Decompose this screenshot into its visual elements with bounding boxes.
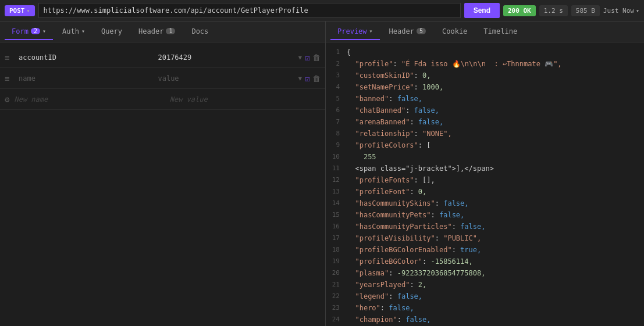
method-label: POST xyxy=(9,7,25,15)
row-actions-2: ▾ ☑ 🗑 xyxy=(297,73,321,84)
line-content: { xyxy=(347,47,639,59)
timestamp-chevron-icon: ▾ xyxy=(636,8,639,14)
type-dropdown-2[interactable]: ▾ xyxy=(297,73,303,84)
line-content: "relationship": "NONE", xyxy=(347,128,639,140)
json-line-21: 21 "yearsPlayed": 2, xyxy=(326,280,644,291)
gear-icon[interactable]: ⚙ xyxy=(5,95,9,104)
line-content: "arenaBanned": false, xyxy=(347,117,639,128)
json-line-8: 8 "relationship": "NONE", xyxy=(326,128,644,140)
tab-preview-label: Preview xyxy=(337,27,367,35)
tab-docs-label: Docs xyxy=(191,27,208,35)
response-size-badge: 585 B xyxy=(571,5,600,16)
main-layout: Form 2 ▾ Auth ▾ Query Header 1 Docs xyxy=(0,22,644,326)
json-line-10: 10 255 xyxy=(326,152,644,163)
tab-form[interactable]: Form 2 ▾ xyxy=(5,24,53,40)
method-selector[interactable]: POST ▾ xyxy=(5,5,35,16)
tab-cookie[interactable]: Cookie xyxy=(435,24,474,40)
drag-handle-1[interactable]: ≡ xyxy=(5,53,14,62)
line-content: "hasCommunityParticles": false, xyxy=(347,221,639,233)
line-content: "profile": "É Fda isso 🔥\n\n\n : ↩Thnnma… xyxy=(347,59,639,70)
tab-cookie-label: Cookie xyxy=(442,27,467,35)
line-number: 9 xyxy=(326,140,347,152)
field-value-2[interactable] xyxy=(158,74,292,83)
tab-query[interactable]: Query xyxy=(94,24,129,40)
tab-response-header[interactable]: Header 5 xyxy=(382,24,433,40)
check-icon-2[interactable]: ☑ xyxy=(305,74,310,83)
timestamp: Just Now ▾ xyxy=(603,7,639,15)
field-name-1[interactable] xyxy=(19,53,153,62)
json-line-17: 17 "profileVisibility": "PUBLIC", xyxy=(326,233,644,245)
check-icon-1[interactable]: ☑ xyxy=(305,53,310,62)
tab-header[interactable]: Header 1 xyxy=(131,24,182,40)
line-number: 15 xyxy=(326,210,347,221)
json-line-24: 24 "champion": false, xyxy=(326,314,644,326)
line-content: "yearsPlayed": 2, xyxy=(347,280,639,291)
json-line-5: 5 "banned": false, xyxy=(326,94,644,105)
line-content: "champion": false, xyxy=(347,314,639,326)
delete-icon-2[interactable]: 🗑 xyxy=(312,74,321,83)
line-content: "plasma": -9223372036854775808, xyxy=(347,268,639,280)
line-number: 12 xyxy=(326,175,347,187)
tab-form-chevron: ▾ xyxy=(42,28,46,34)
line-number: 14 xyxy=(326,198,347,210)
right-panel: Preview ▾ Header 5 Cookie Timeline 1{2 "… xyxy=(326,22,644,326)
right-tab-bar: Preview ▾ Header 5 Cookie Timeline xyxy=(326,22,644,42)
tab-preview-chevron: ▾ xyxy=(369,28,373,34)
delete-icon-1[interactable]: 🗑 xyxy=(312,53,321,62)
left-panel: Form 2 ▾ Auth ▾ Query Header 1 Docs xyxy=(0,22,326,326)
line-number: 8 xyxy=(326,128,347,140)
json-line-1: 1{ xyxy=(326,47,644,59)
response-time-badge: 1.2 s xyxy=(539,5,568,16)
json-line-3: 3 "customSkinID": 0, xyxy=(326,70,644,82)
json-line-2: 2 "profile": "É Fda isso 🔥\n\n\n : ↩Thnn… xyxy=(326,59,644,70)
tab-timeline[interactable]: Timeline xyxy=(476,24,524,40)
line-content: "profileVisibility": "PUBLIC", xyxy=(347,233,639,245)
line-content: "hero": false, xyxy=(347,303,639,314)
line-content: "profileColors": [ xyxy=(347,140,639,152)
line-number: 24 xyxy=(326,314,347,326)
tab-timeline-label: Timeline xyxy=(483,27,517,35)
drag-handle-2[interactable]: ≡ xyxy=(5,74,14,83)
json-line-16: 16 "hasCommunityParticles": false, xyxy=(326,221,644,233)
line-number: 21 xyxy=(326,280,347,291)
row-actions-1: ▾ ☑ 🗑 xyxy=(297,52,321,63)
line-number: 6 xyxy=(326,105,347,117)
form-body: ≡ ▾ ☑ 🗑 ≡ ▾ ☑ 🗑 xyxy=(0,42,325,326)
json-line-7: 7 "arenaBanned": false, xyxy=(326,117,644,128)
line-number: 17 xyxy=(326,233,347,245)
json-line-12: 12 "profileFonts": [], xyxy=(326,175,644,187)
tab-auth[interactable]: Auth ▾ xyxy=(55,24,92,40)
line-content: "legend": false, xyxy=(347,291,639,303)
url-input[interactable] xyxy=(38,3,461,18)
tab-preview[interactable]: Preview ▾ xyxy=(330,24,380,40)
field-value-new[interactable] xyxy=(170,95,321,103)
line-content: "profileFont": 0, xyxy=(347,187,639,198)
field-name-new[interactable] xyxy=(14,95,165,103)
tab-form-label: Form xyxy=(12,27,29,35)
tab-form-badge: 2 xyxy=(31,28,40,34)
top-bar: POST ▾ Send 200 OK 1.2 s 585 B Just Now … xyxy=(0,0,644,22)
tab-docs[interactable]: Docs xyxy=(184,24,215,40)
json-line-13: 13 "profileFont": 0, xyxy=(326,187,644,198)
send-button[interactable]: Send xyxy=(464,3,500,18)
line-number: 18 xyxy=(326,245,347,256)
tab-response-header-label: Header xyxy=(389,27,414,35)
line-content: "hasCommunityPets": false, xyxy=(347,210,639,221)
type-dropdown-1[interactable]: ▾ xyxy=(297,52,303,63)
tab-query-label: Query xyxy=(101,27,122,35)
line-number: 13 xyxy=(326,187,347,198)
line-number: 22 xyxy=(326,291,347,303)
line-number: 20 xyxy=(326,268,347,280)
line-content: "chatBanned": false, xyxy=(347,105,639,117)
line-content: 255 xyxy=(347,152,639,163)
line-number: 16 xyxy=(326,221,347,233)
line-number: 11 xyxy=(326,163,347,175)
field-name-2[interactable] xyxy=(19,74,153,83)
json-line-11: 11 <span class="j-bracket">],</span> xyxy=(326,163,644,175)
line-number: 1 xyxy=(326,47,347,59)
tab-header-label: Header xyxy=(138,27,163,35)
line-content: "setNamePrice": 1000, xyxy=(347,82,639,94)
line-number: 7 xyxy=(326,117,347,128)
field-value-1[interactable] xyxy=(158,53,292,62)
line-content: "profileBGColor": -15856114, xyxy=(347,256,639,268)
